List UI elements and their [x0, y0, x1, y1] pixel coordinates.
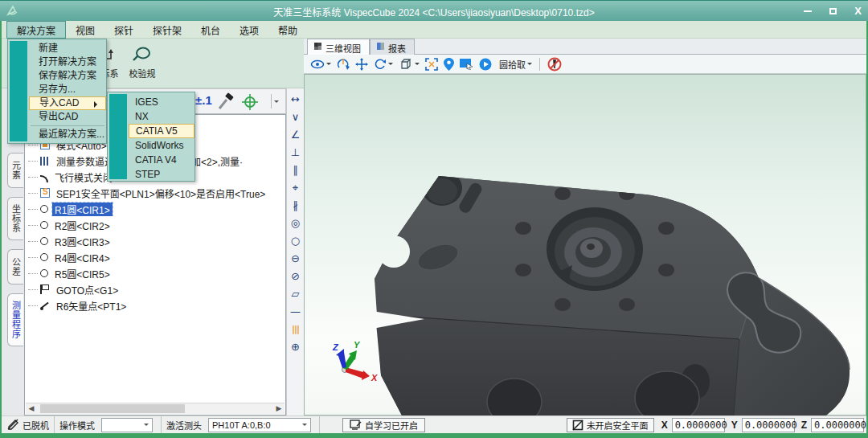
chevron-down-icon: [415, 63, 420, 68]
straightness-icon[interactable]: —: [289, 305, 303, 319]
chevron-down-icon: [302, 424, 307, 428]
hammer-icon[interactable]: [216, 92, 235, 112]
tree-row[interactable]: R4圆<CIR4>: [28, 250, 285, 264]
angle-icon[interactable]: ∨: [289, 110, 303, 125]
submenu-arrow-icon: [94, 101, 100, 108]
active-probe-select[interactable]: PH10T A:0,B:0: [208, 418, 311, 432]
menu-item-save-solution[interactable]: 保存解决方案: [8, 69, 106, 83]
menu-solution[interactable]: 解决方案: [6, 21, 66, 39]
scroll-left-icon[interactable]: ◀: [26, 403, 37, 414]
menu-machine[interactable]: 机台: [191, 21, 230, 39]
rotate-icon: [374, 58, 387, 71]
runout-icon[interactable]: ⊘: [289, 269, 303, 284]
close-button[interactable]: X: [854, 1, 862, 22]
menu-view[interactable]: 视图: [66, 21, 104, 39]
maximize-button-icon[interactable]: [829, 8, 837, 14]
active-probe: 激活测头 PH10T A:0,B:0: [162, 416, 320, 434]
visibility-button[interactable]: [310, 59, 331, 70]
import-cad-submenu: IGES NX CATIA V5 SolidWorks CATIA V4 STE…: [107, 92, 195, 182]
menu-help[interactable]: 帮助: [268, 21, 307, 39]
position-icon[interactable]: ⌖: [289, 181, 303, 195]
tree-horizontal-scrollbar[interactable]: ◀ ▶: [26, 403, 285, 414]
scroll-right-icon[interactable]: ▶: [273, 403, 285, 414]
cad-part-model[interactable]: Z Y X: [304, 74, 866, 415]
gdt-toolbar: ↔ ∨ ∠ ⊥ ∥ ⌖ ∦ ◎ ○ ⊖ ⊘ ▱ — ||| ⊕: [286, 88, 304, 415]
no-probe-icon: [547, 57, 562, 72]
menu-gutter: [109, 94, 127, 179]
viewport-3d[interactable]: Z Y X: [304, 74, 866, 415]
y-coordinate-label: Y: [727, 420, 742, 431]
construct-element-icon[interactable]: [240, 92, 260, 112]
menu-item-recent-solutions[interactable]: 最近解决方案...: [8, 128, 106, 141]
concentricity-icon[interactable]: ◎: [289, 216, 303, 231]
toolbar-overflow-icon[interactable]: [271, 94, 280, 108]
app-window: 天准三坐标系统 VispecCube 2024 <C:\Users\jiaosi…: [0, 0, 868, 438]
run-button[interactable]: [479, 58, 492, 71]
tree-row[interactable]: R3圆<CIR3>: [28, 234, 285, 248]
menu-item-open-solution[interactable]: 打开解决方案: [8, 55, 106, 69]
tab-elements[interactable]: 元素: [7, 153, 23, 188]
tree-row[interactable]: R2圆<CIR2>: [28, 218, 285, 232]
roundness-icon[interactable]: ○: [289, 234, 303, 248]
tab-tolerance[interactable]: 公差: [7, 249, 23, 284]
scrollbar-thumb[interactable]: [40, 404, 185, 413]
menu-item-export-cad[interactable]: 导出CAD: [8, 110, 106, 124]
menu-item-new[interactable]: 新建: [8, 42, 106, 55]
tree-row-selected[interactable]: R1圆<CIR1>: [28, 202, 285, 216]
rotate-view-button[interactable]: [374, 58, 393, 71]
tab-measure-program[interactable]: 测量程序: [7, 293, 23, 346]
flatness-icon[interactable]: ▱: [289, 287, 303, 301]
pan-button[interactable]: [355, 58, 368, 71]
circle-icon: [40, 237, 48, 245]
menu-probe[interactable]: 探针: [104, 21, 143, 39]
submenu-item-catia-v5[interactable]: CATIA V5: [129, 124, 194, 138]
circle-icon: [40, 269, 48, 277]
tab-coordinate-system[interactable]: 坐标系: [7, 197, 23, 240]
window-border: [0, 21, 2, 438]
pan-icon: [355, 58, 368, 71]
gauge-check-button[interactable]: 校验规: [124, 41, 161, 84]
menu-options[interactable]: 选项: [230, 21, 268, 39]
safety-plane-status[interactable]: 未开启安全平面: [567, 418, 654, 432]
tree-row[interactable]: R5圆<CIR5>: [28, 266, 285, 280]
orbit-button[interactable]: [337, 58, 350, 71]
menu-probe-rack[interactable]: 探针架: [143, 21, 191, 39]
pick-mode-dropdown[interactable]: 圆拾取: [497, 58, 532, 71]
symmetry-icon[interactable]: ⊖: [289, 252, 303, 266]
minimize-button-icon[interactable]: [804, 10, 812, 12]
operation-mode-select[interactable]: [101, 418, 153, 432]
composite-position-icon[interactable]: ⊕: [289, 340, 303, 354]
fly-mode-icon: [40, 175, 48, 182]
menu-separator: [31, 125, 104, 126]
decimal-precision-icon[interactable]: ±.1: [195, 93, 212, 107]
z-coordinate-value: 0.0000000: [811, 418, 864, 432]
distance-icon[interactable]: ↔: [289, 92, 303, 107]
perpendicularity-icon[interactable]: ⊥: [289, 145, 303, 160]
select-rectangle-icon: [460, 59, 473, 70]
fit-view-button[interactable]: [425, 58, 438, 71]
angularity-icon[interactable]: ∦: [289, 199, 303, 213]
menu-item-save-as[interactable]: 另存为...: [8, 83, 106, 96]
window-border: [0, 433, 868, 438]
tab-3d-view[interactable]: 三维视图: [307, 39, 370, 55]
solution-menu-dropdown: 新建 打开解决方案 保存解决方案 另存为... 导入CAD 导出CAD 最近解决…: [7, 39, 107, 144]
view-cube-button[interactable]: [399, 58, 420, 71]
select-region-button[interactable]: [460, 59, 473, 70]
taper-angle-icon[interactable]: ∠: [289, 128, 303, 142]
probe-display-off-button[interactable]: [547, 57, 562, 72]
circle-icon: [40, 253, 48, 261]
report-icon: [377, 43, 384, 50]
locate-button[interactable]: [444, 58, 454, 71]
parallelism-icon[interactable]: ∥: [289, 163, 303, 178]
tree-row[interactable]: SEP1安全平面<PLN1>偏移<10>是否启用<True>: [28, 186, 285, 200]
tab-report[interactable]: 报表: [370, 39, 415, 55]
tree-row[interactable]: R6矢量点<PT1>: [28, 298, 285, 313]
self-learning-toggle[interactable]: 自学习已开启: [342, 418, 425, 432]
view-toolbar: 圆拾取: [304, 55, 866, 74]
chevron-down-icon: [326, 63, 331, 68]
operation-mode: 操作模式: [55, 416, 162, 434]
menu-item-import-cad[interactable]: 导入CAD: [29, 96, 106, 110]
tree-row[interactable]: GOTO点<G1>: [28, 282, 285, 297]
pattern-icon[interactable]: |||: [289, 322, 303, 337]
no-safety-plane-icon: [572, 420, 583, 431]
